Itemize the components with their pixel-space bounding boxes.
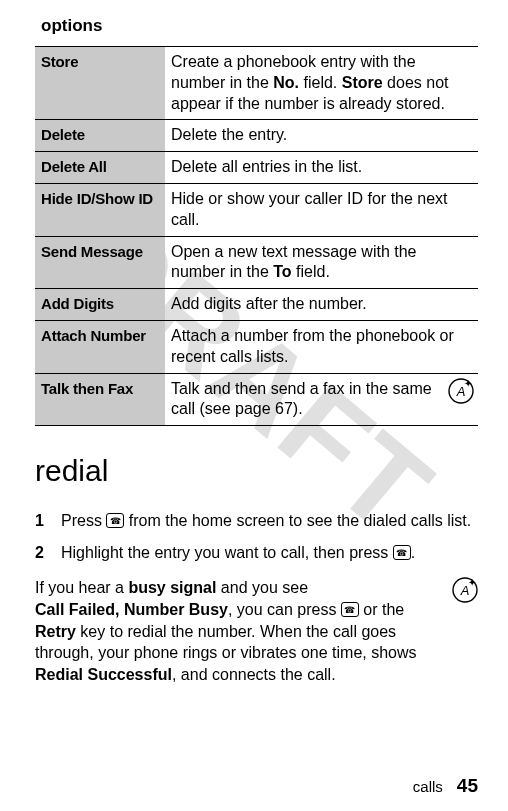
table-row: Store Create a phonebook entry with the …: [35, 47, 478, 120]
page-content: options Store Create a phonebook entry w…: [35, 12, 478, 685]
row-desc: Delete the entry.: [165, 120, 478, 152]
send-key-icon: [106, 513, 124, 528]
table-row: Delete All Delete all entries in the lis…: [35, 152, 478, 184]
table-row: Hide ID/Show ID Hide or show your caller…: [35, 183, 478, 236]
row-label-add-digits: Add Digits: [35, 289, 165, 321]
feature-badge-icon: A✦: [448, 378, 474, 404]
footer-page-number: 45: [457, 775, 478, 796]
step-number: 2: [35, 542, 61, 564]
step-number: 1: [35, 510, 61, 532]
send-key-icon: [341, 602, 359, 617]
table-row: Add Digits Add digits after the number.: [35, 289, 478, 321]
row-desc: Attach a number from the phonebook or re…: [165, 320, 478, 373]
table-row: Send Message Open a new text message wit…: [35, 236, 478, 289]
feature-badge-icon: A✦: [452, 577, 478, 603]
table-row: Talk then Fax Talk and then send a fax i…: [35, 373, 478, 426]
row-desc: Talk and then send a fax in the same cal…: [165, 373, 478, 426]
redial-heading: redial: [35, 454, 478, 488]
table-row: Attach Number Attach a number from the p…: [35, 320, 478, 373]
options-header: options: [35, 12, 478, 47]
redial-steps: 1 Press from the home screen to see the …: [35, 510, 478, 563]
row-desc: Create a phonebook entry with the number…: [165, 47, 478, 120]
row-label-talk-then-fax: Talk then Fax: [35, 373, 165, 426]
row-label-delete-all: Delete All: [35, 152, 165, 184]
busy-paragraph: If you hear a busy signal and you see Ca…: [35, 577, 442, 685]
row-desc: Delete all entries in the list.: [165, 152, 478, 184]
busy-paragraph-wrap: A✦ If you hear a busy signal and you see…: [35, 577, 478, 685]
row-desc: Add digits after the number.: [165, 289, 478, 321]
step-1: 1 Press from the home screen to see the …: [35, 510, 478, 532]
page-footer: calls45: [413, 775, 478, 797]
options-table: options Store Create a phonebook entry w…: [35, 12, 478, 426]
row-desc: Hide or show your caller ID for the next…: [165, 183, 478, 236]
footer-section-label: calls: [413, 778, 443, 795]
row-label-send-message: Send Message: [35, 236, 165, 289]
step-body: Press from the home screen to see the di…: [61, 510, 478, 532]
row-label-delete: Delete: [35, 120, 165, 152]
svg-text:✦: ✦: [468, 577, 476, 588]
row-label-attach-number: Attach Number: [35, 320, 165, 373]
row-label-hide-show-id: Hide ID/Show ID: [35, 183, 165, 236]
step-2: 2 Highlight the entry you want to call, …: [35, 542, 478, 564]
send-key-icon: [393, 545, 411, 560]
step-body: Highlight the entry you want to call, th…: [61, 542, 478, 564]
svg-text:✦: ✦: [464, 378, 472, 389]
table-row: Delete Delete the entry.: [35, 120, 478, 152]
row-desc: Open a new text message with the number …: [165, 236, 478, 289]
row-label-store: Store: [35, 47, 165, 120]
